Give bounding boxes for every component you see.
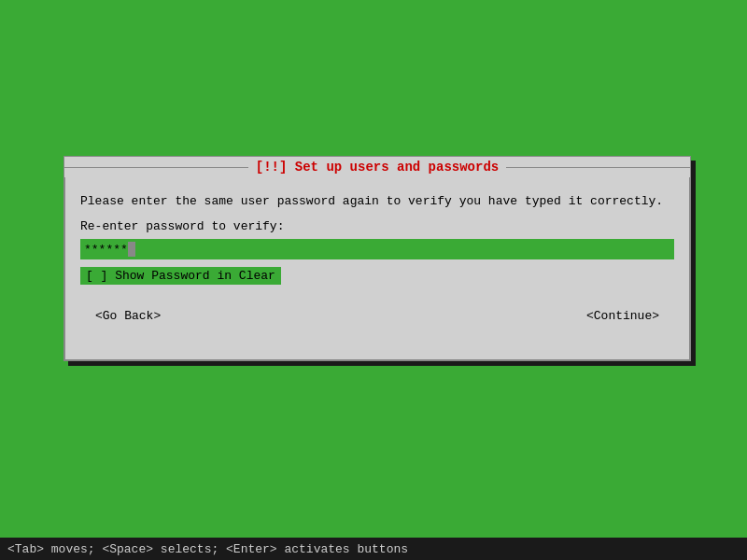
password-cursor — [128, 242, 135, 257]
continue-button[interactable]: <Continue> — [579, 307, 667, 325]
dialog-container: [!!] Set up users and passwords Please e… — [63, 156, 691, 361]
buttons-row: <Go Back> <Continue> — [80, 307, 674, 325]
show-password-checkbox[interactable]: [ ] Show Password in Clear — [80, 267, 281, 285]
password-input[interactable]: ****** — [80, 239, 674, 259]
password-fill — [135, 239, 670, 259]
dialog-title-bar: [!!] Set up users and passwords — [64, 157, 690, 177]
go-back-button[interactable]: <Go Back> — [88, 307, 168, 325]
dialog-content: Please enter the same user password agai… — [65, 178, 689, 336]
title-line-right — [506, 167, 690, 168]
description-text: Please enter the same user password agai… — [80, 193, 674, 210]
dialog-title: [!!] Set up users and passwords — [256, 160, 499, 175]
status-text: <Tab> moves; <Space> selects; <Enter> ac… — [7, 542, 408, 556]
password-asterisks: ****** — [84, 243, 128, 257]
checkbox-label: [ ] Show Password in Clear — [86, 269, 275, 283]
password-label: Re-enter password to verify: — [80, 219, 674, 233]
status-bar: <Tab> moves; <Space> selects; <Enter> ac… — [0, 538, 747, 560]
title-line-left — [64, 167, 248, 168]
